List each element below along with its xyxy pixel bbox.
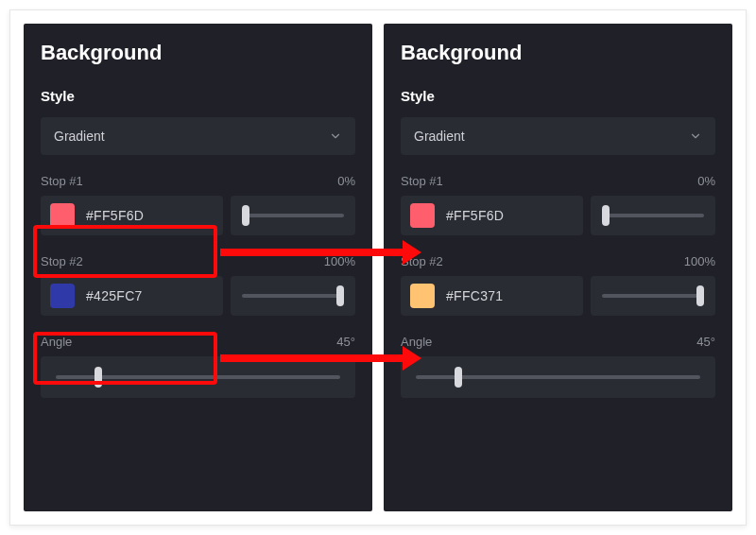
- chevron-down-icon: [689, 129, 702, 143]
- stop-1-header: Stop #1 0%: [401, 174, 715, 188]
- panel-title: Background: [401, 41, 715, 65]
- angle-value: 45°: [696, 335, 715, 349]
- stop-1-color-input[interactable]: #FF5F6D: [41, 196, 223, 235]
- stop-1-color-input[interactable]: #FF5F6D: [401, 196, 583, 235]
- stop-1-position-slider[interactable]: [231, 196, 355, 235]
- stop-2-hex: #425FC7: [86, 288, 143, 303]
- slider-track: [416, 375, 700, 379]
- slider-thumb[interactable]: [696, 285, 704, 306]
- stop-1-hex: #FF5F6D: [86, 208, 144, 223]
- slider-track: [602, 214, 704, 217]
- angle-section: Angle 45°: [401, 335, 715, 398]
- chevron-down-icon: [329, 129, 342, 143]
- panel-title: Background: [41, 41, 355, 65]
- stop-1-percent: 0%: [337, 174, 355, 188]
- stop-1-label: Stop #1: [41, 174, 83, 188]
- angle-section: Angle 45°: [41, 335, 355, 398]
- stop-2-color-input[interactable]: #FFC371: [401, 276, 583, 316]
- stop-1-header: Stop #1 0%: [41, 174, 355, 188]
- stop-1-swatch: [410, 203, 435, 228]
- angle-label: Angle: [41, 335, 72, 349]
- slider-thumb[interactable]: [455, 367, 462, 388]
- stop-2-percent: 100%: [684, 254, 715, 268]
- style-dropdown[interactable]: Gradient: [401, 117, 715, 155]
- stop-2-swatch: [50, 284, 75, 308]
- slider-track: [56, 375, 340, 379]
- angle-value: 45°: [336, 335, 355, 349]
- slider-thumb[interactable]: [94, 367, 102, 388]
- angle-slider[interactable]: [41, 356, 355, 398]
- slider-track: [602, 294, 704, 298]
- stop-2-hex: #FFC371: [446, 288, 503, 303]
- stop-1-row: #FF5F6D: [41, 196, 355, 235]
- stop-2-label: Stop #2: [41, 254, 83, 268]
- stop-1-label: Stop #1: [401, 174, 443, 188]
- angle-header: Angle 45°: [401, 335, 715, 349]
- stop-2-row: #425FC7: [41, 276, 355, 316]
- angle-header: Angle 45°: [41, 335, 355, 349]
- style-dropdown[interactable]: Gradient: [41, 117, 355, 155]
- stop-1-position-slider[interactable]: [591, 196, 715, 235]
- style-heading: Style: [401, 88, 715, 104]
- slider-thumb[interactable]: [242, 205, 249, 226]
- stop-1-swatch: [50, 203, 75, 228]
- stop-2-header: Stop #2 100%: [401, 254, 715, 268]
- angle-label: Angle: [401, 335, 432, 349]
- slider-thumb[interactable]: [602, 205, 610, 226]
- background-panel-right: Background Style Gradient Stop #1 0% #FF…: [384, 24, 732, 511]
- stop-2-swatch: [410, 284, 435, 308]
- angle-slider[interactable]: [401, 356, 715, 398]
- slider-track: [242, 294, 344, 298]
- background-panel-left: Background Style Gradient Stop #1 0% #FF…: [24, 24, 372, 511]
- comparison-stage: Background Style Gradient Stop #1 0% #FF…: [9, 9, 747, 526]
- slider-track: [242, 214, 344, 217]
- stop-2-row: #FFC371: [401, 276, 715, 316]
- stop-2-color-input[interactable]: #425FC7: [41, 276, 223, 316]
- style-dropdown-value: Gradient: [54, 129, 105, 144]
- stop-2-label: Stop #2: [401, 254, 443, 268]
- stop-2-position-slider[interactable]: [591, 276, 715, 316]
- stop-2-percent: 100%: [324, 254, 355, 268]
- stop-1-percent: 0%: [697, 174, 715, 188]
- stop-2-header: Stop #2 100%: [41, 254, 355, 268]
- stop-1-hex: #FF5F6D: [446, 208, 504, 223]
- slider-thumb[interactable]: [336, 285, 344, 306]
- style-heading: Style: [41, 88, 355, 104]
- style-dropdown-value: Gradient: [414, 129, 465, 144]
- stop-2-position-slider[interactable]: [231, 276, 355, 316]
- stop-1-row: #FF5F6D: [401, 196, 715, 235]
